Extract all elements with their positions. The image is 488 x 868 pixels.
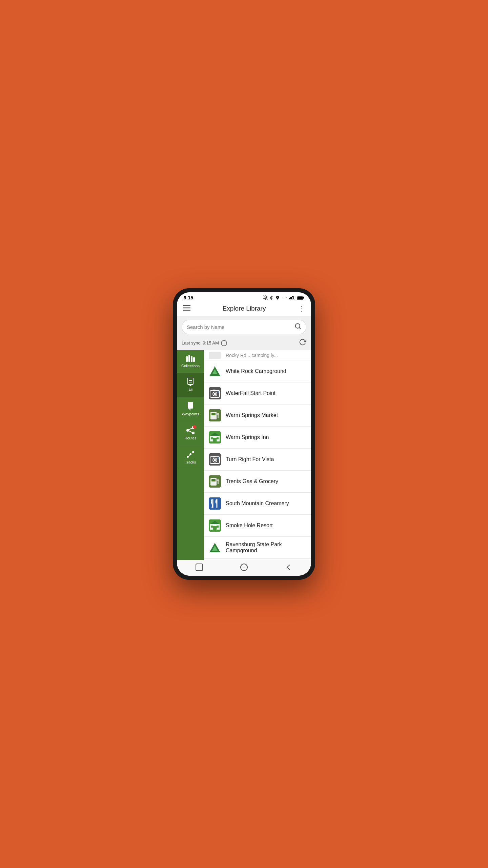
recents-button[interactable] [196,564,203,571]
routes-badge [193,425,196,429]
partial-item-name: Rocky Rd... camping ly... [226,353,278,358]
camera-icon-2 [209,453,221,466]
svg-point-81 [241,564,247,571]
partial-list-item[interactable]: Rocky Rd... camping ly... [204,350,311,360]
item-name: Warm Springs Inn [226,434,269,440]
svg-rect-68 [213,526,217,530]
search-box[interactable] [182,320,306,334]
svg-rect-62 [209,497,221,510]
routes-icon [186,426,195,435]
menu-button[interactable] [183,305,190,313]
sidebar-item-tracks[interactable]: Tracks [177,445,204,469]
svg-point-23 [186,429,189,432]
back-button[interactable] [285,564,292,571]
sync-bar: Last sync: 9:15 AM i [177,337,311,350]
list-item[interactable]: WaterFall Start Point [204,382,311,405]
item-name: Trents Gas & Grocery [226,478,278,485]
battery-icon [297,296,304,300]
gas-icon [209,409,221,421]
svg-rect-42 [211,413,216,415]
sidebar-item-all[interactable]: All [177,373,204,397]
phone-frame: 9:15 [173,288,315,580]
svg-rect-44 [218,415,219,418]
sidebar-item-collections[interactable]: Collections [177,350,204,373]
all-label: All [188,388,192,392]
item-name: Ravensburg State Park Campground [226,541,306,554]
collections-label: Collections [181,364,200,368]
search-input[interactable] [187,324,292,330]
list-container: Rocky Rd... camping ly... White Rock Cam… [204,350,311,560]
sidebar: Collections All [177,350,204,560]
routes-label: Routes [185,436,197,440]
phone-screen: 9:15 [177,292,311,576]
bottom-nav [177,560,311,576]
item-name: White Rock Campground [226,368,286,374]
item-name: Smoke Hole Resort [226,522,273,529]
item-name: Turn Right For Vista [226,456,274,462]
search-icon[interactable] [294,323,301,331]
svg-point-56 [218,457,219,459]
item-name: Warm Springs Market [226,412,278,418]
sync-info: Last sync: 9:15 AM i [182,340,227,346]
svg-rect-15 [191,356,192,362]
list-item[interactable]: Warm Springs Market [204,405,311,427]
app-bar: Explore Library ⋮ [177,302,311,316]
svg-point-39 [218,391,219,393]
svg-rect-13 [186,356,188,362]
list-item[interactable]: White Rock Campground [204,360,311,382]
tracks-icon [186,450,195,459]
wifi-icon [281,295,287,300]
list-item[interactable]: Warm Springs Inn [204,427,311,449]
all-icon [187,378,194,387]
svg-rect-1 [289,298,290,299]
page-title: Explore Library [223,305,266,312]
svg-rect-38 [213,390,216,391]
svg-rect-3 [292,296,293,299]
svg-rect-6 [303,297,304,298]
hamburger-icon [183,305,190,311]
waypoints-label: Waypoints [182,412,199,416]
svg-point-25 [192,432,195,434]
svg-line-27 [189,431,192,432]
camping-icon-2 [209,541,221,554]
search-section [177,316,311,337]
list-item[interactable]: Turn Right For Vista [204,449,311,471]
more-options-button[interactable]: ⋮ [298,304,305,313]
refresh-button[interactable] [299,338,306,348]
list-item[interactable]: Trents Gas & Grocery [204,471,311,493]
svg-rect-55 [213,456,216,457]
gas-icon-2 [209,475,221,488]
svg-rect-49 [211,437,213,439]
camera-icon [209,387,221,399]
svg-line-12 [299,328,301,329]
status-time: 9:15 [184,295,193,300]
svg-rect-50 [217,437,219,439]
sidebar-item-waypoints[interactable]: Waypoints [177,397,204,421]
svg-rect-59 [211,479,216,481]
partial-icon [209,352,221,359]
item-name: South Mountain Creamery [226,500,289,507]
svg-rect-60 [217,479,219,481]
list-item[interactable]: Smoke Hole Resort [204,515,311,537]
svg-rect-4 [294,296,295,299]
svg-line-0 [263,296,268,300]
svg-rect-70 [217,526,219,528]
list-item[interactable]: Ravensburg State Park Campground [204,537,311,559]
status-icons [263,295,304,300]
inn-icon [209,431,221,443]
info-icon[interactable]: i [221,340,227,346]
list-item[interactable]: South Mountain Creamery [204,493,311,515]
svg-rect-16 [193,357,195,362]
svg-rect-21 [188,402,193,409]
svg-rect-43 [217,413,219,415]
home-button[interactable] [240,564,248,571]
svg-line-26 [189,428,192,430]
resort-icon [209,519,221,532]
bell-mute-icon [263,295,268,300]
tracks-label: Tracks [185,460,196,464]
bluetooth-icon [269,295,274,300]
svg-rect-69 [211,526,213,528]
collections-icon [186,355,195,362]
svg-rect-17 [188,378,193,384]
sidebar-item-routes[interactable]: Routes [177,421,204,445]
